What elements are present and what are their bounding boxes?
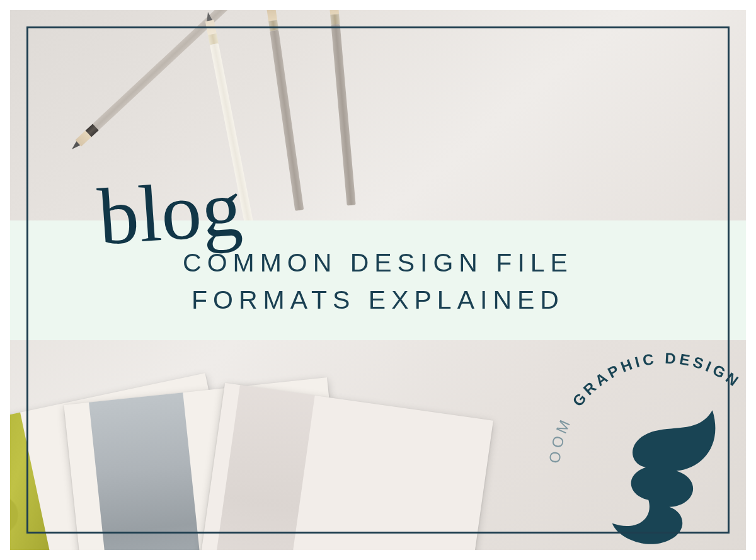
hero-graphic: blog COMMON DESIGN FILE FORMATS EXPLAINE… <box>0 0 756 560</box>
badge-text-bold: GRAPHIC DESIGN <box>569 350 744 409</box>
brand-badge: OOM GRAPHIC DESIGN DESIGNERD <box>534 338 756 560</box>
post-title: COMMON DESIGN FILE FORMATS EXPLAINED <box>0 244 756 319</box>
flourish-icon <box>583 387 755 560</box>
badge-text-before: OOM <box>546 414 575 464</box>
post-title-line2: FORMATS EXPLAINED <box>0 282 756 319</box>
post-title-line1: COMMON DESIGN FILE <box>0 244 756 282</box>
